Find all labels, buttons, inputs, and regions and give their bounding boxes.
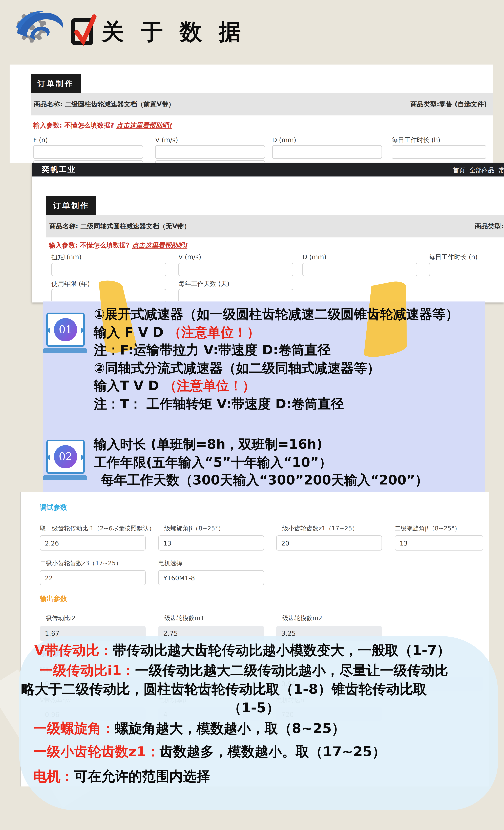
param-label: 一级小齿轮齿数z1（17~25）	[276, 524, 358, 533]
step-02-badge: 02	[45, 440, 83, 480]
param-label: 二级小齿轮齿数z3（17~25）	[40, 559, 122, 568]
form1-titlebar: 商品名称: 二级圆柱齿轮减速器文档（前置V带） 商品类型:零售 (自选文件)	[31, 93, 493, 116]
right-arrow-icon	[81, 454, 85, 460]
form1-screenshot: 订单制作 商品名称: 二级圆柱齿轮减速器文档（前置V带） 商品类型:零售 (自选…	[9, 65, 493, 163]
note-text: 可在允许的范围内选择	[74, 768, 210, 784]
step-01-frame: 01	[46, 313, 85, 347]
form2-screenshot: 奕帆工业 首页 全部商品 常 订单制作 商品名称: 二级同轴式圆柱减速器文档（无…	[32, 163, 504, 302]
input-z1[interactable]	[276, 535, 382, 550]
form1-tab-label: 订单制作	[38, 79, 74, 89]
form2-field-label: V (m/s)	[178, 243, 201, 261]
form1-help-link[interactable]: 点击这里看帮助吧!	[116, 122, 172, 129]
info-line: 注：T： 工作轴转矩 V:带速度 D:卷筒直径	[94, 395, 344, 413]
note-text: 一级传动比越大二级传动比越小，尽量让一级传动比	[135, 663, 448, 678]
note-line: V带传动比：带传动比越大齿轮传动比越小模数变大，一般取（1-7）	[34, 641, 450, 660]
note-line: 一级小齿轮齿数z1：齿数越多，模数越小。取（17~25）	[33, 743, 386, 761]
checkbox-icon	[71, 14, 97, 47]
info-line: 工作年限(五年输入“5”十年输入“10”）	[94, 454, 332, 471]
form2-input-hours[interactable]	[429, 263, 504, 276]
note-text: 带传动比越大齿轮传动比越小模数变大，一般取（1-7）	[113, 642, 450, 658]
note-label: 一级小齿轮齿数z1：	[33, 744, 160, 759]
info-text: 输入 F V D	[94, 325, 168, 340]
form1-help-text: 输入参数: 不懂怎么填数据?	[33, 122, 116, 129]
navbar-item-home[interactable]: 首页	[452, 166, 465, 175]
input-motor-select[interactable]	[158, 570, 264, 585]
form2-product-type: 商品类型:零售 (自选文件)	[475, 222, 504, 231]
right-arrow-icon	[81, 327, 85, 333]
form2-field-label: 每日工作时长 (h)	[429, 243, 478, 262]
info-text-red: （注意单位！）	[164, 378, 255, 393]
info-line: 注：F:运输带拉力 V:带速度 D:卷筒直径	[94, 341, 331, 359]
debug-section-title: 调试参数	[40, 503, 67, 512]
info-text: 输入时长 (单班制=8h，双班制=16h)	[94, 437, 323, 452]
form2-input-days[interactable]	[178, 289, 293, 302]
form1-field-label: 每日工作时长 (h)	[392, 136, 440, 145]
note-line: 一级传动比i1：一级传动比越大二级传动比越小，尽量让一级传动比	[39, 662, 448, 679]
info-line: 每年工作天数（300天输入“300”200天输入“200”）	[101, 471, 428, 489]
swirl-logo-icon	[15, 8, 71, 49]
param-label: 二级螺旋角β（8~25°）	[395, 524, 461, 533]
note-line: 一级螺旋角：螺旋角越大，模数越小，取（8~25）	[33, 720, 345, 738]
form2-product-name: 商品名称: 二级同轴式圆柱减速器文档（无V带）	[49, 222, 190, 231]
param-label: 一级螺旋角β（8~25°）	[158, 524, 224, 533]
step-01-badge: 01	[45, 313, 83, 353]
form1-product-name: 商品名称: 二级圆柱齿轮减速器文档（前置V带）	[34, 100, 175, 109]
info-text-red: （注意单位！）	[168, 325, 260, 340]
left-arrow-icon	[46, 327, 51, 333]
form1-product-type: 商品类型:零售 (自选文件)	[410, 100, 487, 109]
info-line: 输入时长 (单班制=8h，双班制=16h)	[94, 436, 323, 453]
navbar-brand[interactable]: 奕帆工业	[42, 165, 76, 174]
info-text: 注：T： 工作轴转矩 V:带速度 D:卷筒直径	[94, 396, 344, 411]
form1-input-hours[interactable]	[392, 145, 486, 159]
note-text: （1-5）	[228, 700, 279, 715]
form2-input-torque[interactable]	[52, 263, 166, 276]
step-02-number: 02	[54, 445, 77, 468]
param-label: 一级齿轮模数m1	[158, 614, 204, 622]
form2-tab: 订单制作	[46, 196, 96, 215]
step-02-frame: 02	[46, 440, 85, 474]
form1-field-label: D (mm)	[272, 136, 296, 144]
step-02-base	[43, 475, 87, 480]
form1-input-d[interactable]	[272, 145, 382, 159]
output-section-title: 输出参数	[40, 595, 67, 604]
note-label: V带传动比：	[34, 642, 113, 658]
input-z3[interactable]	[40, 570, 146, 585]
info-text: ①展开式减速器（如一级圆柱齿轮减速二级圆锥齿轮减速器等）	[94, 307, 459, 322]
form2-input-d[interactable]	[302, 263, 417, 276]
navbar-item-faq[interactable]: 常	[499, 166, 504, 175]
page: ⚙ 关 于 数 据 订单制作 商品名称: 二级圆柱齿轮减速器文档（前置V带） 商…	[0, 0, 504, 830]
param-label: 二级传动比i2	[40, 614, 76, 622]
form2-field-label: 使用年限 (年)	[52, 280, 90, 288]
note-text: 略大于二级传动比，圆柱齿轮齿轮传动比取（1-8）锥齿轮传动比取	[21, 681, 427, 697]
note-label: 电机：	[33, 768, 74, 784]
input-i1[interactable]	[40, 535, 146, 550]
left-arrow-icon	[46, 454, 51, 460]
info-text: 注：F:运输带拉力 V:带速度 D:卷筒直径	[94, 342, 331, 357]
navbar-item-all-products[interactable]: 全部商品	[469, 166, 495, 175]
form2-tab-label: 订单制作	[53, 201, 90, 211]
info-text: 输入T V D	[94, 378, 164, 393]
navbar-divider	[32, 176, 504, 177]
form2-input-years[interactable]	[52, 289, 166, 302]
form2-field-label: 扭矩t(nm)	[52, 243, 81, 262]
param-label: 取一级齿轮传动比i1（2~6尽量按照默认）	[40, 524, 155, 533]
info-line: ①展开式减速器（如一级圆柱齿轮减速二级圆锥齿轮减速器等）	[94, 306, 459, 323]
page-title: 关 于 数 据	[102, 17, 245, 47]
note-label: 一级传动比i1：	[39, 663, 135, 678]
input-beta1[interactable]	[158, 535, 264, 550]
input-beta2[interactable]	[395, 535, 483, 550]
form1-tab: 订单制作	[31, 74, 81, 93]
param-label: 二级齿轮模数m2	[276, 614, 322, 622]
form2-field-label: 每年工作天数 (天)	[178, 280, 230, 288]
note-line: 电机：可在允许的范围内选择	[33, 767, 210, 786]
form2-input-v[interactable]	[178, 263, 293, 276]
site-navbar: 奕帆工业 首页 全部商品 常	[32, 163, 504, 176]
form2-titlebar: 商品名称: 二级同轴式圆柱减速器文档（无V带） 商品类型:零售 (自选文件)	[46, 215, 504, 237]
note-text: 螺旋角越大，模数越小，取（8~25）	[115, 721, 345, 736]
note-line: （1-5）	[228, 699, 279, 717]
param-label: 电机选择	[158, 559, 182, 568]
info-line: 输入T V D （注意单位！）	[94, 377, 255, 395]
form1-field-label: V (m/s)	[155, 136, 178, 144]
info-line: ②同轴式分流式减速器（如二级同轴式减速器等）	[94, 359, 380, 377]
note-text: 齿数越多，模数越小。取（17~25）	[160, 744, 386, 759]
